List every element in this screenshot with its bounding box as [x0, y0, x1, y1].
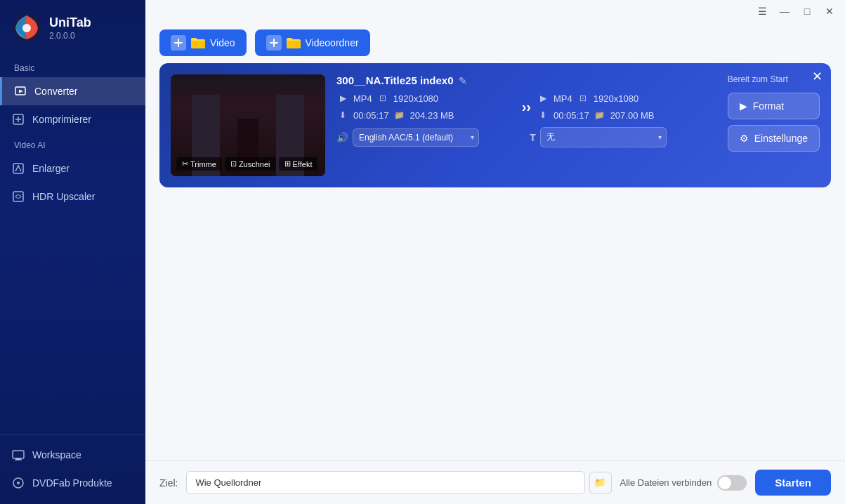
- minimize-icon: —: [780, 6, 790, 17]
- close-card-button[interactable]: ✕: [812, 70, 823, 83]
- output-format: MP4: [553, 93, 572, 104]
- action-buttons: Bereit zum Start ▶ Format ⚙ Einstellunge: [728, 74, 820, 152]
- audio-track-select[interactable]: English AAC/5.1 (default): [353, 128, 479, 147]
- start-label: Starten: [775, 477, 811, 489]
- workspace-icon: [11, 448, 25, 462]
- play2-icon: ▶: [537, 92, 549, 105]
- output-duration: 00:05:17: [553, 110, 589, 121]
- video-props: ▶ MP4 ⊡ 1920x1080 ⬇ 00:05:17 📁 204.23 MB: [336, 92, 716, 121]
- speaker-icon: 🔊: [336, 132, 348, 143]
- figure-silhouette: [237, 119, 258, 161]
- hdr-icon: [11, 190, 25, 204]
- destination-folder-button[interactable]: 📁: [589, 472, 612, 494]
- play-icon: ▶: [336, 92, 349, 105]
- toolbar: Video Videoordner: [145, 22, 845, 63]
- merge-label: Alle Dateien verbinden: [620, 477, 712, 488]
- sidebar-item-hdr-upscaler[interactable]: HDR Upscaler: [0, 183, 145, 211]
- svg-rect-7: [13, 451, 24, 458]
- sidebar-item-converter[interactable]: Converter: [0, 77, 145, 105]
- video-thumbnail: ✂ Trimme ⊡ Zuschnei ⊞ Effekt: [171, 74, 325, 176]
- svg-point-1: [22, 24, 31, 32]
- section-ai-label: Video AI: [0, 133, 145, 154]
- input-size: 204.23 MB: [410, 110, 454, 121]
- crop-button[interactable]: ⊡ Zuschnei: [225, 157, 276, 171]
- input-props: ▶ MP4 ⊡ 1920x1080 ⬇ 00:05:17 📁 204.23 MB: [336, 92, 516, 121]
- close-card-icon: ✕: [812, 69, 823, 84]
- subtitle-label: 无: [546, 131, 555, 143]
- video-title: 300__NA.Title25 index0: [336, 74, 453, 86]
- sidebar-bottom: Workspace DVDFab Produkte: [0, 429, 145, 504]
- title-bar: ☰ — □ ✕: [145, 0, 845, 22]
- start-button[interactable]: Starten: [755, 470, 831, 496]
- video-title-row: 300__NA.Title25 index0 ✎: [336, 74, 716, 86]
- sidebar-item-dvdfab-label: DVDFab Produkte: [32, 477, 112, 489]
- download-icon: ⬇: [336, 109, 349, 121]
- svg-rect-6: [13, 192, 23, 201]
- logo-area: UniTab 2.0.0.0: [0, 0, 145, 56]
- audio-track-wrapper: 🔊 English AAC/5.1 (default): [336, 128, 523, 147]
- toggle-knob: [719, 477, 731, 489]
- sidebar-item-dvdfab[interactable]: DVDFab Produkte: [0, 469, 145, 497]
- destination-select[interactable]: Wie Quellordner: [186, 471, 584, 494]
- media-tracks-row: 🔊 English AAC/5.1 (default) T 无: [336, 127, 716, 147]
- trim-icon: ✂: [182, 159, 188, 168]
- settings-button[interactable]: ⚙ Einstellunge: [728, 125, 820, 152]
- resolution-icon: ⊡: [376, 92, 389, 105]
- dl2-icon: ⬇: [537, 109, 549, 121]
- bottom-bar: Ziel: Wie Quellordner 📁 Alle Dateien ver…: [145, 460, 845, 504]
- format-button[interactable]: ▶ Format: [728, 93, 820, 119]
- enlarger-icon: [11, 161, 25, 175]
- menu-button[interactable]: ☰: [752, 4, 772, 18]
- add-folder-label: Videoordner: [306, 37, 359, 48]
- destination-label: Ziel:: [159, 477, 178, 489]
- minimize-button[interactable]: —: [775, 4, 794, 18]
- maximize-button[interactable]: □: [797, 4, 817, 18]
- sidebar: UniTab 2.0.0.0 Basic Converter Komprimie…: [0, 0, 145, 504]
- arrow-right-icon: ››: [522, 99, 531, 115]
- status-label: Bereit zum Start: [728, 74, 788, 84]
- sidebar-item-komprimierer[interactable]: Komprimierer: [0, 105, 145, 133]
- merge-row: Alle Dateien verbinden: [620, 475, 747, 491]
- add-folder-button[interactable]: Videoordner: [255, 29, 370, 56]
- svg-marker-3: [19, 90, 23, 93]
- subtitle-select[interactable]: 无: [540, 127, 667, 147]
- dest-folder-icon: 📁: [594, 477, 606, 488]
- content-area: ✂ Trimme ⊡ Zuschnei ⊞ Effekt 300__N: [145, 63, 845, 460]
- res2-icon: ⊡: [577, 92, 589, 105]
- add-video-button[interactable]: Video: [159, 29, 247, 56]
- add-folder-icon: [266, 35, 282, 51]
- video-folder-icon: [190, 37, 206, 49]
- app-logo-icon: [11, 13, 42, 44]
- sidebar-item-enlarger[interactable]: Enlarger: [0, 154, 145, 183]
- format-label: Format: [753, 100, 784, 112]
- crop-icon: ⊡: [230, 159, 237, 168]
- merge-toggle[interactable]: [717, 475, 747, 491]
- video-info: 300__NA.Title25 index0 ✎ ▶ MP4 ⊡ 1920x10…: [336, 74, 716, 147]
- add-video-label: Video: [210, 37, 235, 48]
- sidebar-item-workspace-label: Workspace: [32, 449, 81, 460]
- input-duration-row: ⬇ 00:05:17 📁 204.23 MB: [336, 109, 516, 121]
- input-duration: 00:05:17: [353, 110, 389, 121]
- output-size: 207.00 MB: [610, 110, 655, 121]
- sidebar-item-workspace[interactable]: Workspace: [0, 441, 145, 469]
- output-duration-row: ⬇ 00:05:17 📁 207.00 MB: [537, 109, 716, 121]
- menu-icon: ☰: [758, 6, 767, 17]
- folder-icon: [286, 37, 301, 49]
- komprimierer-icon: [11, 112, 25, 126]
- effect-icon: ⊞: [284, 159, 291, 168]
- sidebar-item-komprimierer-label: Komprimierer: [32, 114, 91, 125]
- close-button[interactable]: ✕: [820, 4, 839, 18]
- trim-button[interactable]: ✂ Trimme: [176, 157, 222, 171]
- app-name: UniTab: [49, 15, 91, 31]
- dvdfab-icon: [11, 476, 25, 490]
- close-icon: ✕: [825, 6, 834, 17]
- edit-icon[interactable]: ✎: [459, 75, 467, 86]
- effect-button[interactable]: ⊞ Effekt: [279, 157, 318, 171]
- output-format-row: ▶ MP4 ⊡ 1920x1080: [537, 92, 716, 105]
- output-resolution: 1920x1080: [594, 93, 638, 104]
- add-video-icon: [171, 35, 186, 51]
- output-props: ▶ MP4 ⊡ 1920x1080 ⬇ 00:05:17 📁 207.00 MB: [537, 92, 716, 121]
- sidebar-divider: [0, 435, 145, 435]
- trim-label: Trimme: [190, 160, 216, 168]
- input-format: MP4: [353, 93, 372, 104]
